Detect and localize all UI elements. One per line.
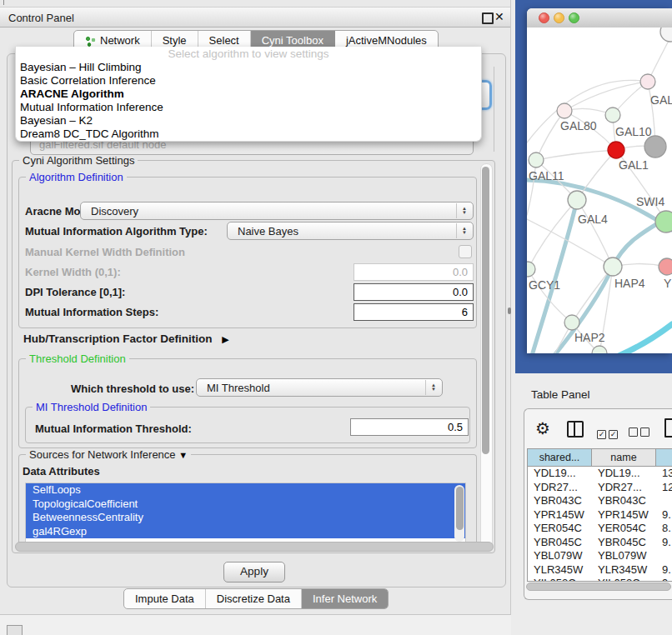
table-row[interactable]: YBR045CYBR045C9. [528, 536, 672, 550]
network-node-hap2[interactable] [564, 315, 579, 330]
node-label: GAL80 [560, 119, 597, 132]
sources-group-title[interactable]: Sources for Network Inference ▼ [26, 448, 191, 461]
attr-list-vscrollbar[interactable] [454, 485, 464, 542]
control-panel-title: Control Panel [8, 12, 74, 24]
network-canvas-svg: GAL2GAL80GAL10GAL1GAL11SWI4GAL4GCY1HAP4Y… [527, 28, 672, 353]
settings-hscrollbar[interactable] [15, 542, 494, 552]
table-cell: YDL19... [592, 467, 656, 481]
table-row[interactable]: YBR043CYBR043C [528, 494, 672, 508]
network-node[interactable] [660, 28, 672, 42]
table-cell: YPR145W [592, 508, 656, 522]
control-panel: Control Panel ✕ NetworkStyleSelectCyni T… [0, 0, 511, 614]
network-node-swi4[interactable] [655, 211, 672, 232]
data-attributes-list[interactable]: SelfLoopsTopologicalCoefficientBetweenne… [25, 482, 466, 545]
split-columns-icon[interactable] [567, 421, 584, 438]
minimize-button[interactable] [554, 12, 564, 23]
table-cell: YLR345W [528, 563, 592, 578]
algorithm-item[interactable]: Mutual Information Inference [16, 101, 481, 114]
network-node-gal10[interactable] [605, 108, 620, 122]
algorithm-item[interactable]: Bayesian – K2 [16, 114, 481, 128]
apply-button-label: Apply [240, 565, 268, 578]
table-row[interactable]: YER054CYER054C8. [528, 522, 672, 536]
apply-button[interactable]: Apply [223, 562, 285, 582]
table-row[interactable]: YLR345WYLR345W9. [528, 563, 672, 578]
network-node-gal2[interactable] [640, 74, 655, 89]
column-header[interactable]: shared... [528, 449, 592, 467]
algorithm-item[interactable]: Dream8 DC_TDC Algorithm [16, 128, 481, 141]
tab-impute-data[interactable]: Impute Data [124, 589, 206, 608]
attribute-table[interactable]: shared...nameAYDL19...YDL19...13YDR27...… [527, 448, 672, 582]
gear-icon[interactable]: ⚙ [535, 420, 550, 437]
network-edge-thin[interactable] [536, 111, 564, 160]
settings-vscrollbar[interactable] [480, 163, 493, 548]
network-node[interactable] [644, 136, 666, 158]
float-window-icon[interactable] [482, 12, 494, 24]
attribute-item[interactable]: BetweennessCentrality [26, 511, 465, 525]
stepper-icon[interactable]: ▲▼ [425, 380, 441, 395]
algorithm-item[interactable]: ARACNE Algorithm [16, 88, 481, 101]
deselect-all-checks-icon[interactable] [629, 427, 652, 439]
table-cell [656, 549, 672, 563]
network-edge-thin[interactable] [572, 267, 613, 322]
table-row[interactable]: YBL079WYBL079W [528, 549, 672, 563]
table-cell: YPR145W [528, 508, 592, 522]
table-row[interactable]: YIL052CYIL052C9. [528, 577, 672, 582]
network-edge-thin[interactable] [527, 160, 536, 215]
network-node-gal80[interactable] [557, 103, 572, 118]
table-cell: 9. [656, 508, 672, 522]
network-node-gal4[interactable] [568, 191, 586, 209]
table-row[interactable]: YDR27...YDR27...12 [528, 481, 672, 495]
network-node-hap4[interactable] [604, 258, 622, 276]
zoom-button[interactable] [569, 12, 579, 23]
mi-threshold-input[interactable] [350, 418, 469, 436]
table-hscrollbar[interactable] [526, 582, 671, 591]
tab-discretize-data[interactable]: Discretize Data [206, 589, 302, 608]
table-panel-title: Table Panel [531, 388, 590, 401]
kernel-width-input[interactable] [354, 263, 474, 281]
mi-steps-input[interactable] [354, 303, 474, 321]
manual-kernel-checkbox[interactable] [459, 245, 472, 258]
minimized-panel-icon[interactable] [7, 625, 23, 635]
network-node-gal11[interactable] [529, 152, 544, 168]
tab-infer-network[interactable]: Infer Network [302, 589, 388, 608]
hub-definition-toggle[interactable]: Hub/Transcription Factor Definition ▶ [23, 332, 229, 345]
table-cell: YDR27... [528, 481, 592, 495]
table-cell: 9. [656, 577, 672, 582]
column-header[interactable]: name [592, 449, 656, 467]
stepper-icon[interactable]: ▲▼ [456, 203, 472, 218]
attribute-item[interactable]: TopologicalCoefficient [26, 498, 465, 512]
close-button[interactable] [539, 12, 549, 23]
table-row[interactable]: YDL19...YDL19...13 [528, 467, 672, 481]
panel-divider-handle[interactable] [508, 308, 511, 314]
network-edge-teal[interactable] [531, 200, 577, 353]
stepper-icon[interactable]: ▲▼ [456, 223, 472, 238]
network-edge-thin[interactable] [577, 200, 613, 267]
algorithm-item[interactable]: Basic Correlation Inference [16, 74, 481, 88]
network-canvas[interactable]: GAL2GAL80GAL10GAL1GAL11SWI4GAL4GCY1HAP4Y… [527, 28, 672, 353]
table-cell: YBL079W [592, 549, 656, 563]
which-threshold-combobox[interactable]: MI Threshold ▲▼ [196, 378, 443, 397]
attribute-item[interactable]: SelfLoops [26, 483, 465, 498]
settings-vscrollbar-thumb[interactable] [482, 167, 489, 454]
hub-definition-label: Hub/Transcription Factor Definition [23, 332, 213, 345]
close-icon[interactable]: ✕ [494, 10, 504, 23]
network-node-gal1[interactable] [608, 142, 624, 158]
mi-type-combobox[interactable]: Naive Bayes ▲▼ [227, 222, 474, 240]
dpi-tolerance-input[interactable] [354, 283, 474, 301]
document-icon[interactable] [664, 418, 672, 438]
network-node-gcy1[interactable] [527, 262, 535, 277]
network-edge-cyan[interactable] [613, 324, 672, 353]
column-header[interactable]: A [656, 449, 672, 467]
network-edge-teal[interactable] [552, 215, 672, 353]
select-all-checks-icon[interactable]: ✓✓ [597, 427, 620, 439]
table-row[interactable]: YPR145WYPR145W9. [528, 508, 672, 522]
which-threshold-value: MI Threshold [207, 382, 270, 394]
aracne-mode-combobox[interactable]: Discovery ▲▼ [80, 202, 474, 220]
attribute-item[interactable]: gal4RGexp [26, 525, 465, 539]
network-edge-thin[interactable] [536, 150, 616, 160]
algorithm-item[interactable]: Bayesian – Hill Climbing [16, 61, 481, 74]
network-node-y[interactable] [659, 258, 672, 275]
network-node[interactable] [592, 346, 607, 353]
attr-list-vscrollbar-thumb[interactable] [456, 487, 464, 530]
network-window-titlebar[interactable] [527, 8, 672, 28]
